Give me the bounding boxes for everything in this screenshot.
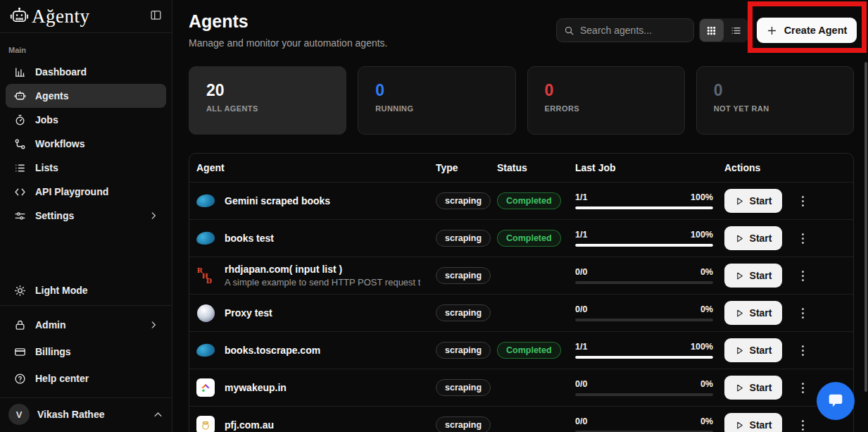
stat-card-all-agents[interactable]: 20 ALL AGENTS xyxy=(189,66,346,135)
row-menu-kebab-icon[interactable] xyxy=(799,193,807,209)
agent-cell: books.toscrape.com xyxy=(189,341,436,359)
progress-bar xyxy=(575,393,713,396)
progress-bar xyxy=(575,281,713,284)
list-view-button[interactable] xyxy=(724,19,748,42)
sidebar-collapse-button[interactable] xyxy=(149,8,163,25)
row-menu-kebab-icon[interactable] xyxy=(799,230,807,247)
start-button[interactable]: Start xyxy=(724,226,782,250)
stat-label: NOT YET RAN xyxy=(714,104,836,113)
start-button[interactable]: Start xyxy=(724,376,782,400)
table-header: Agent Type Status Last Job Actions xyxy=(189,154,853,182)
chevron-right-icon xyxy=(149,211,158,221)
stopwatch-icon xyxy=(13,113,26,126)
code-icon xyxy=(13,185,26,198)
jobs-count: 1/1 xyxy=(575,230,587,240)
panel-left-icon xyxy=(150,9,162,23)
row-menu-kebab-icon[interactable] xyxy=(799,380,807,396)
sidebar-item-jobs[interactable]: Jobs xyxy=(6,108,166,132)
start-button-label: Start xyxy=(750,307,772,319)
agent-cell: RHD rhdjapan.com( input list ) A simple … xyxy=(189,264,436,288)
jobs-count: 0/0 xyxy=(575,304,587,314)
sidebar-item-agents[interactable]: Agents xyxy=(6,84,166,108)
table-row[interactable]: books test scraping Completed 1/1 100% S… xyxy=(189,219,853,257)
progress-bar xyxy=(575,319,713,321)
sidebar-secondary-group: Admin Billings Help center xyxy=(0,305,172,397)
agent-cell: mywakeup.in xyxy=(189,378,436,397)
agent-table-body: Gemini scraped books scraping Completed … xyxy=(189,182,853,432)
row-menu-kebab-icon[interactable] xyxy=(799,417,807,432)
last-job-cell: 0/0 0% xyxy=(575,379,724,396)
agent-name: mywakeup.in xyxy=(225,382,287,393)
start-button[interactable]: Start xyxy=(724,189,782,213)
stat-value: 0 xyxy=(375,82,498,99)
jobs-percent: 100% xyxy=(691,230,713,240)
sidebar-item-label: Lists xyxy=(35,162,58,173)
sidebar-item-api-playground[interactable]: API Playground xyxy=(6,180,166,204)
start-button[interactable]: Start xyxy=(724,338,782,362)
agent-description: A simple example to send HTTP POST reque… xyxy=(225,277,420,288)
sidebar-item-billings[interactable]: Billings xyxy=(6,338,166,365)
stat-card-running[interactable]: 0 RUNNING xyxy=(358,66,515,135)
sidebar-item-dashboard[interactable]: Dashboard xyxy=(6,60,166,84)
avatar: V xyxy=(8,404,30,425)
column-header-status: Status xyxy=(497,162,575,173)
row-menu-kebab-icon[interactable] xyxy=(799,305,807,321)
table-row[interactable]: mywakeup.in scraping 0/0 0% Start xyxy=(189,369,853,406)
type-badge: scraping xyxy=(436,416,491,432)
chat-widget-button[interactable] xyxy=(817,382,855,420)
sidebar-item-label: Workflows xyxy=(35,138,85,149)
sidebar-nav: Main Dashboard Agents xyxy=(0,33,172,305)
sidebar-item-help-center[interactable]: Help center xyxy=(6,365,166,392)
last-job-cell: 0/0 0% xyxy=(575,304,724,321)
agent-favicon xyxy=(196,229,215,247)
jobs-count: 0/0 xyxy=(575,416,587,426)
jobs-percent: 0% xyxy=(700,267,713,277)
create-agent-button[interactable]: Create Agent xyxy=(757,18,857,43)
start-button[interactable]: Start xyxy=(724,301,782,325)
robot-icon xyxy=(13,90,26,102)
stat-card-not-yet-ran[interactable]: 0 NOT YET RAN xyxy=(696,66,854,135)
sidebar-item-settings[interactable]: Settings xyxy=(6,204,166,228)
chat-bubble-icon xyxy=(826,391,845,411)
agent-cell: books test xyxy=(189,229,436,247)
play-icon xyxy=(735,383,744,393)
start-button[interactable]: Start xyxy=(724,413,782,432)
row-menu-kebab-icon[interactable] xyxy=(799,342,807,359)
row-menu-kebab-icon[interactable] xyxy=(799,268,807,284)
sun-icon xyxy=(13,284,26,297)
sidebar-item-label: Settings xyxy=(35,210,74,221)
progress-bar xyxy=(575,244,713,247)
table-row[interactable]: RHD rhdjapan.com( input list ) A simple … xyxy=(189,257,853,294)
table-row[interactable]: Proxy test scraping 0/0 0% Start xyxy=(189,294,853,331)
grid-view-button[interactable] xyxy=(700,19,724,42)
agent-cell: Gemini scraped books xyxy=(189,192,436,210)
sliders-icon xyxy=(13,209,26,222)
view-toggle xyxy=(699,18,748,42)
user-menu[interactable]: V Vikash Rathee xyxy=(0,397,172,432)
sidebar-item-admin[interactable]: Admin xyxy=(6,311,166,338)
stat-card-errors[interactable]: 0 ERRORS xyxy=(527,66,685,135)
start-button-label: Start xyxy=(750,195,772,206)
table-row[interactable]: books.toscrape.com scraping Completed 1/… xyxy=(189,331,853,369)
theme-toggle-light-mode[interactable]: Light Mode xyxy=(6,278,166,302)
sidebar-item-lists[interactable]: Lists xyxy=(6,156,166,180)
search-input[interactable] xyxy=(580,25,686,36)
table-row[interactable]: pfj.com.au scraping 0/0 0% Start xyxy=(189,406,853,432)
workflow-icon xyxy=(13,137,26,150)
start-button[interactable]: Start xyxy=(724,264,782,288)
list-view-icon xyxy=(731,25,741,36)
scrollbar-thumb[interactable] xyxy=(864,62,867,392)
actions-cell: Start xyxy=(724,189,853,213)
type-badge: scraping xyxy=(436,342,491,359)
sidebar-item-label: Agents xyxy=(35,90,68,101)
agent-name: Gemini scraped books xyxy=(225,195,330,206)
page-subtitle: Manage and monitor your automation agent… xyxy=(189,37,388,49)
user-name: Vikash Rathee xyxy=(37,409,104,420)
start-button-label: Start xyxy=(750,270,772,281)
sidebar-item-workflows[interactable]: Workflows xyxy=(6,132,166,156)
column-header-last-job: Last Job xyxy=(575,162,724,173)
sidebar: Ağenty Main Dashboard xyxy=(0,0,172,432)
page-title: Agents xyxy=(189,11,249,32)
table-row[interactable]: Gemini scraped books scraping Completed … xyxy=(189,182,853,219)
stat-label: RUNNING xyxy=(375,104,498,113)
